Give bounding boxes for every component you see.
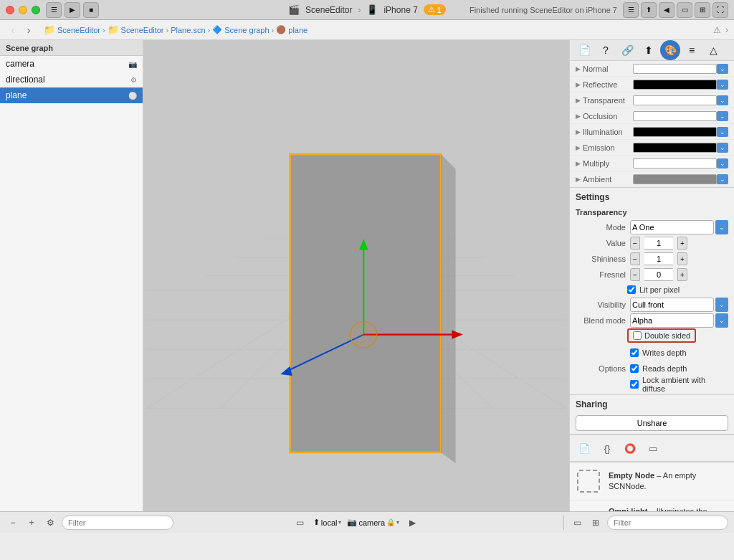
breadcrumb-plane[interactable]: plane xyxy=(288,26,308,34)
double-sided-checkbox[interactable] xyxy=(633,331,642,340)
share-btn[interactable]: ⬆ xyxy=(641,2,657,18)
maximize-button[interactable] xyxy=(32,6,40,14)
value-input[interactable] xyxy=(644,237,673,250)
lock-ambient-checkbox[interactable] xyxy=(630,380,639,389)
multiply-color-bar[interactable] xyxy=(633,158,717,169)
settings-section: Settings Transparency Mode A One ⌄ Value… xyxy=(570,188,734,395)
camera-dropdown-arrow: ▾ xyxy=(396,519,399,526)
writes-depth-checkbox[interactable] xyxy=(630,348,639,357)
stop-btn[interactable]: ■ xyxy=(83,2,99,18)
ambient-dropdown[interactable]: ⌄ xyxy=(717,174,728,184)
occlusion-color-bar[interactable] xyxy=(633,111,717,121)
doc-view-btn[interactable]: ▭ xyxy=(293,516,308,530)
visibility-dropdown-btn[interactable]: ⌄ xyxy=(715,298,728,312)
double-sided-label: Double sided xyxy=(644,331,690,340)
transform-icon: ⬆ xyxy=(313,518,320,527)
panel-btn-material[interactable]: 🎨 xyxy=(660,40,680,60)
tab-node[interactable]: ⭕ xyxy=(621,440,639,457)
shininess-dec-btn[interactable]: − xyxy=(630,252,640,265)
transparent-color-bar[interactable] xyxy=(633,95,717,105)
occlusion-dropdown[interactable]: ⌄ xyxy=(717,111,728,121)
sidebar-toggle-btn[interactable]: ☰ xyxy=(46,2,62,18)
panel-btn-actions[interactable]: △ xyxy=(703,40,723,60)
library-item-omni-light[interactable]: Omni light – Illuminates the scene from … xyxy=(570,500,734,511)
nav-arrows: ‹ › xyxy=(6,23,36,37)
mode-dropdown-btn[interactable]: ⌄ xyxy=(715,220,728,234)
breadcrumb-scenegraph[interactable]: Scene graph xyxy=(224,26,269,34)
menu-btn[interactable]: ☰ xyxy=(623,2,639,18)
blend-mode-select[interactable]: Alpha xyxy=(630,313,714,328)
reads-depth-row: Reads depth xyxy=(630,361,728,376)
lit-per-pixel-row: Lit per pixel xyxy=(570,283,734,297)
panel-doc-btn[interactable]: ▭ xyxy=(570,516,584,530)
canvas-area[interactable] xyxy=(143,40,569,511)
minus-btn[interactable]: − xyxy=(6,516,20,530)
writes-depth-label: Writes depth xyxy=(642,348,687,357)
layout-btn[interactable]: ▭ xyxy=(677,2,692,18)
panel-btn-help[interactable]: ? xyxy=(596,40,616,60)
breadcrumb-nav[interactable]: › xyxy=(725,25,728,35)
reads-depth-checkbox[interactable] xyxy=(630,364,639,373)
split-btn[interactable]: ⊞ xyxy=(695,2,710,18)
tab-code[interactable]: {} xyxy=(599,440,616,457)
value-dec-btn[interactable]: − xyxy=(630,237,640,250)
shininess-inc-btn[interactable]: + xyxy=(677,252,687,265)
sidebar-item-plane[interactable]: plane ⚪ xyxy=(0,87,143,103)
shininess-input[interactable] xyxy=(644,252,673,265)
panel-btn-constraints[interactable]: ≡ xyxy=(682,40,702,60)
lock-ambient-row: Lock ambient with diffuse xyxy=(630,377,728,391)
panel-grid-btn[interactable]: ⊞ xyxy=(588,516,603,530)
reflective-dropdown[interactable]: ⌄ xyxy=(717,80,728,90)
blend-mode-row: Blend mode Alpha ⌄ xyxy=(570,313,734,328)
sidebar-item-directional[interactable]: directional ⚙ xyxy=(0,72,143,87)
camera-lock-icon: 🔒 xyxy=(386,518,395,526)
visibility-select[interactable]: Cull front xyxy=(630,298,714,312)
mode-select[interactable]: A One xyxy=(630,220,714,234)
gear-btn[interactable]: ⚙ xyxy=(43,516,57,530)
breadcrumb-planescn[interactable]: Plane.scn xyxy=(171,26,205,34)
bottom-bar: − + ⚙ ▭ ⬆ local ▾ 📷 camera 🔒 ▾ ▶ ▭ ⊞ xyxy=(0,511,734,533)
reflective-color-bar[interactable] xyxy=(633,80,717,90)
library-filter-input[interactable] xyxy=(607,516,728,530)
fresnel-input[interactable] xyxy=(644,268,673,281)
normal-dropdown[interactable]: ⌄ xyxy=(717,64,728,74)
unshare-button[interactable]: Unshare xyxy=(576,415,728,431)
lit-per-pixel-checkbox[interactable] xyxy=(627,285,636,294)
breadcrumb-sceneeditor-2[interactable]: SceneEditor xyxy=(121,26,164,34)
minimize-button[interactable] xyxy=(19,6,27,14)
emission-color-bar[interactable] xyxy=(633,143,717,153)
play-btn[interactable]: ▶ xyxy=(65,2,80,18)
fullscreen-btn[interactable]: ⛶ xyxy=(712,2,728,18)
transparent-dropdown[interactable]: ⌄ xyxy=(717,95,728,105)
value-row: Value − + xyxy=(570,235,734,251)
fresnel-inc-btn[interactable]: + xyxy=(677,268,687,281)
play-scene-btn[interactable]: ▶ xyxy=(405,516,419,530)
illumination-color-bar[interactable] xyxy=(633,127,717,137)
shininess-label: Shininess xyxy=(576,255,626,263)
scene-viewport[interactable] xyxy=(143,40,569,511)
double-sided-highlight: Double sided xyxy=(627,328,696,343)
nav-back[interactable]: ‹ xyxy=(6,23,20,37)
back-nav-btn[interactable]: ◀ xyxy=(659,2,675,18)
value-inc-btn[interactable]: + xyxy=(677,237,687,250)
close-button[interactable] xyxy=(6,6,14,14)
double-sided-row: Double sided xyxy=(570,328,734,343)
multiply-dropdown[interactable]: ⌄ xyxy=(717,158,728,169)
tab-doc[interactable]: 📄 xyxy=(576,440,593,457)
normal-color-bar[interactable] xyxy=(633,64,717,74)
sidebar-item-camera[interactable]: camera 📷 xyxy=(0,56,143,72)
library-item-empty-node[interactable]: Empty Node – An empty SCNNode. xyxy=(570,462,734,500)
blend-mode-dropdown-btn[interactable]: ⌄ xyxy=(715,313,728,328)
nav-forward[interactable]: › xyxy=(22,23,36,37)
breadcrumb-sceneeditor-1[interactable]: SceneEditor xyxy=(57,26,100,34)
emission-dropdown[interactable]: ⌄ xyxy=(717,143,728,153)
fresnel-dec-btn[interactable]: − xyxy=(630,268,640,281)
illumination-dropdown[interactable]: ⌄ xyxy=(717,127,728,137)
panel-btn-doc[interactable]: 📄 xyxy=(574,40,594,60)
panel-btn-node[interactable]: 🔗 xyxy=(617,40,637,60)
ambient-color-bar[interactable] xyxy=(633,174,717,184)
panel-btn-physics[interactable]: ⬆ xyxy=(639,40,659,60)
lock-ambient-label: Lock ambient with diffuse xyxy=(642,376,728,393)
tab-scene[interactable]: ▭ xyxy=(644,440,662,457)
plus-btn[interactable]: + xyxy=(24,516,39,530)
